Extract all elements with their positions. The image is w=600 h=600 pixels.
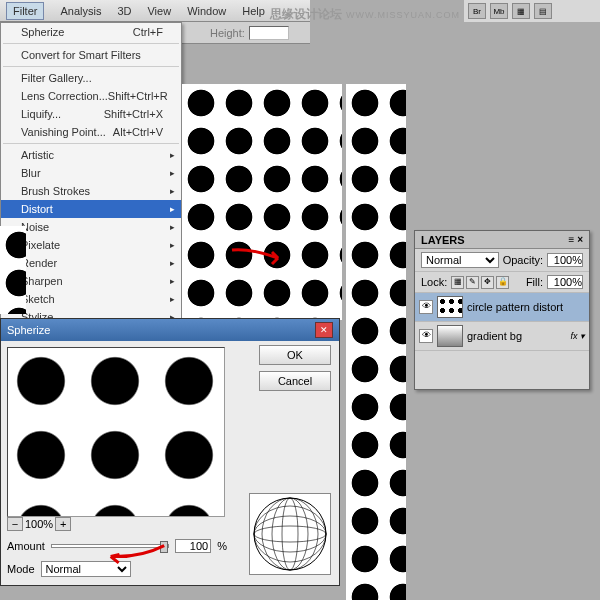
panel-menu-icon[interactable]: ≡ × [569,234,583,245]
menu-gallery[interactable]: Filter Gallery... [1,69,181,87]
layer-thumbnail[interactable] [437,325,463,347]
layer-row[interactable]: 👁 circle pattern distort [415,293,589,322]
menu-window[interactable]: Window [187,5,226,17]
menu-artistic[interactable]: Artistic [1,146,181,164]
menu-pixelate[interactable]: Pixelate [1,236,181,254]
svg-point-4 [282,498,298,570]
watermark: 思缘设计论坛 WWW.MISSYUAN.COM [270,6,460,23]
fill-field[interactable] [547,275,583,289]
svg-point-6 [262,498,318,570]
lock-transparent-icon[interactable]: ▦ [451,276,464,289]
amount-label: Amount [7,540,45,552]
ok-button[interactable]: OK [259,345,331,365]
menu-noise[interactable]: Noise [1,218,181,236]
zoom-out-button[interactable]: − [7,517,23,531]
svg-point-0 [254,498,326,570]
layers-panel: LAYERS≡ × Normal Opacity: Lock: ▦ ✎ ✥ 🔒 … [414,230,590,390]
menu-3d[interactable]: 3D [117,5,131,17]
layers-tab[interactable]: LAYERS≡ × [415,231,589,249]
panel-icon[interactable]: ▤ [534,3,552,19]
menu-distort[interactable]: Distort [1,200,181,218]
fx-badge[interactable]: fx ▾ [570,331,585,341]
lock-position-icon[interactable]: ✥ [481,276,494,289]
sphere-preview [249,493,331,575]
amount-field[interactable] [175,539,211,553]
zoom-value: 100% [25,518,53,530]
cancel-button[interactable]: Cancel [259,371,331,391]
dialog-title: Spherize [7,324,50,336]
lock-all-icon[interactable]: 🔒 [496,276,509,289]
menu-sketch[interactable]: Sketch [1,290,181,308]
height-field[interactable] [249,26,289,40]
separator [3,143,179,144]
grid-icon[interactable]: ▦ [512,3,530,19]
percent-label: % [217,540,227,552]
fill-label: Fill: [526,276,543,288]
dialog-titlebar[interactable]: Spherize ✕ [1,319,339,341]
menu-liquify[interactable]: Liquify...Shift+Ctrl+X [1,105,181,123]
bridge-icon[interactable]: Br [468,3,486,19]
opacity-label: Opacity: [503,254,543,266]
layer-name[interactable]: gradient bg [467,330,522,342]
lock-icons: ▦ ✎ ✥ 🔒 [451,276,509,289]
separator [3,43,179,44]
app-menubar: Filter Analysis 3D View Window Help [0,0,310,22]
menu-view[interactable]: View [147,5,171,17]
visibility-icon[interactable]: 👁 [419,300,433,314]
canvas-dots [182,84,342,320]
layer-thumbnail[interactable] [437,296,463,318]
lock-label: Lock: [421,276,447,288]
blend-mode-select[interactable]: Normal [421,252,499,268]
close-button[interactable]: ✕ [315,322,333,338]
visibility-icon[interactable]: 👁 [419,329,433,343]
separator [3,66,179,67]
canvas-dots [0,226,26,314]
menu-filter[interactable]: Filter [6,2,44,20]
preview-area[interactable] [7,347,225,517]
canvas-dots [346,84,406,600]
menu-analysis[interactable]: Analysis [60,5,101,17]
layer-name[interactable]: circle pattern distort [467,301,563,313]
layer-row[interactable]: 👁 gradient bg fx ▾ [415,322,589,351]
menu-vanish[interactable]: Vanishing Point...Alt+Ctrl+V [1,123,181,141]
svg-point-1 [254,526,326,542]
menu-blur[interactable]: Blur [1,164,181,182]
menu-render[interactable]: Render [1,254,181,272]
menu-smart[interactable]: Convert for Smart Filters [1,46,181,64]
menu-last-filter[interactable]: SpherizeCtrl+F [1,23,181,41]
mode-label: Mode [7,563,35,575]
menu-brush[interactable]: Brush Strokes [1,182,181,200]
svg-point-2 [254,516,326,552]
opacity-field[interactable] [547,253,583,267]
right-iconbar: Br Mb ▦ ▤ [464,0,600,22]
zoom-controls: − 100% + [7,517,71,531]
minibridge-icon[interactable]: Mb [490,3,508,19]
annotation-arrow [230,248,290,268]
zoom-in-button[interactable]: + [55,517,71,531]
height-label: Height: [210,27,245,39]
svg-point-5 [272,498,308,570]
menu-lens[interactable]: Lens Correction...Shift+Ctrl+R [1,87,181,105]
menu-help[interactable]: Help [242,5,265,17]
lock-pixels-icon[interactable]: ✎ [466,276,479,289]
menu-sharpen[interactable]: Sharpen [1,272,181,290]
svg-point-3 [254,506,326,562]
